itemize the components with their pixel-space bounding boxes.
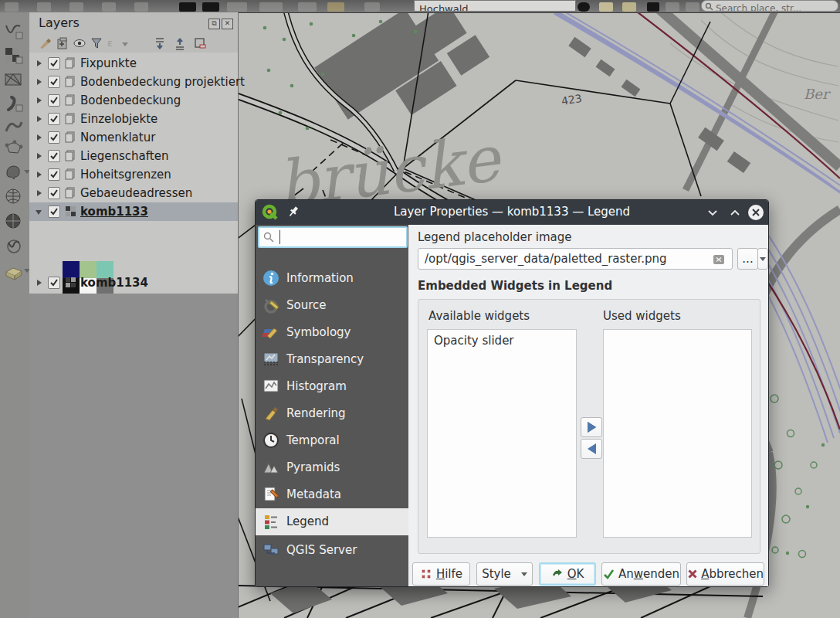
toolbar-icon[interactable] — [5, 2, 19, 12]
layer-checkbox[interactable] — [48, 113, 60, 125]
tab-legend[interactable]: Legend — [256, 508, 408, 535]
tab-rendering[interactable]: Rendering — [256, 400, 408, 427]
add-postgis-layer-icon[interactable] — [4, 162, 24, 182]
add-wms-layer-icon[interactable] — [4, 261, 24, 281]
layer-checkbox[interactable] — [48, 187, 60, 199]
remove-layer-icon[interactable] — [193, 37, 207, 50]
tab-histogram[interactable]: Histogram — [256, 373, 408, 400]
help-button[interactable]: Hilfe — [412, 562, 470, 586]
close-button[interactable] — [747, 204, 763, 219]
identify-icon[interactable] — [578, 2, 590, 12]
move-right-button[interactable] — [581, 417, 602, 437]
expander-icon[interactable] — [37, 280, 42, 286]
print-icon[interactable] — [686, 2, 699, 12]
layer-checkbox[interactable] — [48, 57, 60, 70]
tab-qgis-server[interactable]: QGIS Server — [256, 537, 408, 564]
legend-placeholder-input[interactable] — [418, 248, 733, 270]
cancel-button[interactable]: Abbrechen — [686, 562, 764, 586]
clear-input-icon[interactable] — [713, 253, 725, 268]
layer-checkbox[interactable] — [48, 168, 60, 181]
pan-tool-icon[interactable] — [179, 2, 196, 12]
expander-icon[interactable] — [37, 116, 42, 122]
expander-icon[interactable] — [37, 134, 42, 141]
layer-tree-row[interactable]: Bodenbedeckung projektiert — [29, 73, 238, 91]
add-gpx-layer-icon[interactable] — [4, 117, 24, 138]
filter-expression-icon[interactable]: ε — [107, 37, 121, 50]
add-mesh-layer-icon[interactable] — [4, 71, 24, 91]
expander-icon[interactable] — [37, 60, 42, 66]
locator-search-input[interactable]: Search place, str... — [701, 0, 838, 12]
toolbar-icon[interactable] — [298, 2, 317, 12]
dialog-titlebar[interactable]: Layer Properties — komb1133 — Legend — [256, 200, 768, 225]
ok-button[interactable]: OK — [539, 562, 596, 586]
add-raster-layer-icon[interactable] — [4, 46, 24, 66]
layer-checkbox[interactable] — [48, 277, 60, 289]
add-delimited-text-icon[interactable] — [4, 94, 24, 114]
layer-tree-row[interactable]: Bodenbedeckung — [29, 91, 238, 110]
layer-tree-row[interactable]: Hoheitsgrenzen — [29, 165, 238, 184]
toolbar-icon[interactable] — [134, 2, 148, 12]
tab-transparency[interactable]: Transparency — [256, 346, 408, 373]
zoom-tool-icon[interactable] — [202, 2, 219, 12]
float-panel-icon[interactable]: ⧉ — [208, 19, 220, 29]
layer-checkbox[interactable] — [48, 205, 60, 218]
expander-icon[interactable] — [37, 97, 42, 104]
browse-dropdown-button[interactable] — [757, 248, 768, 270]
expander-icon[interactable] — [37, 171, 42, 178]
layer-checkbox[interactable] — [48, 76, 60, 88]
toolbar-icon[interactable] — [327, 2, 344, 12]
expander-icon[interactable] — [37, 79, 42, 85]
close-panel-icon[interactable]: ✕ — [222, 19, 233, 29]
toolbar-icon[interactable] — [37, 2, 51, 12]
open-layer-styling-icon[interactable] — [39, 37, 52, 50]
used-widgets-list[interactable] — [603, 329, 752, 538]
expander-icon[interactable] — [36, 210, 42, 215]
layer-tree-row[interactable]: Liegenschaften — [29, 147, 238, 165]
shade-button[interactable] — [705, 205, 720, 220]
tab-symbology[interactable]: Symbology — [256, 319, 408, 346]
tab-metadata[interactable]: Metadata — [256, 481, 408, 508]
layer-tree-row-selected[interactable]: komb1133 — [29, 202, 238, 221]
layers-tool-icon[interactable] — [599, 2, 613, 12]
move-left-button[interactable] — [581, 439, 602, 459]
layer-checkbox[interactable] — [48, 131, 60, 144]
list-item-opacity-slider[interactable]: Opacity slider — [428, 330, 576, 351]
add-group-icon[interactable] — [56, 37, 69, 50]
filter-legend-icon[interactable] — [90, 37, 104, 50]
add-virtual-layer-icon[interactable] — [4, 236, 24, 256]
toolbar-icon[interactable] — [364, 2, 380, 12]
user-icon[interactable] — [647, 2, 659, 12]
project-combo[interactable]: Hochwald — [414, 0, 576, 12]
map-tips-icon[interactable] — [666, 2, 679, 12]
chevron-down-icon[interactable] — [122, 42, 128, 46]
manage-visibility-icon[interactable] — [73, 37, 87, 50]
add-vector-layer-icon[interactable] — [4, 22, 24, 42]
tab-information[interactable]: Information — [256, 265, 408, 292]
layer-tree-row[interactable]: Einzelobjekte — [29, 110, 238, 128]
expander-icon[interactable] — [37, 153, 42, 159]
apply-button[interactable]: Anwenden — [601, 562, 681, 586]
layer-tree-row[interactable]: komb1134 — [29, 273, 238, 292]
tab-source[interactable]: Source — [256, 292, 408, 319]
add-mssql-layer-icon[interactable] — [4, 212, 24, 232]
browse-button[interactable]: ... — [737, 248, 758, 270]
style-button[interactable]: Style — [476, 562, 533, 586]
box-tool-icon[interactable] — [622, 2, 636, 12]
layer-checkbox[interactable] — [48, 150, 60, 162]
tab-temporal[interactable]: Temporal — [256, 427, 408, 454]
add-spatialite-layer-icon[interactable] — [4, 187, 24, 207]
toolbar-icon[interactable] — [69, 2, 83, 12]
available-widgets-list[interactable]: Opacity slider — [427, 329, 577, 538]
toolbar-icon[interactable] — [227, 2, 247, 12]
tab-pyramids[interactable]: Pyramids — [256, 454, 408, 481]
expander-icon[interactable] — [37, 190, 42, 196]
layer-checkbox[interactable] — [48, 94, 60, 107]
toolbar-icon[interactable] — [102, 2, 116, 12]
collapse-all-icon[interactable] — [173, 37, 187, 50]
rollup-button[interactable] — [727, 205, 743, 220]
properties-search-input[interactable] — [258, 226, 408, 248]
toolbar-icon[interactable] — [259, 2, 283, 12]
layer-tree-row[interactable]: Fixpunkte — [29, 54, 238, 73]
layer-tree-row[interactable]: Gebaeudeadressen — [29, 184, 238, 202]
expand-all-icon[interactable] — [153, 37, 167, 50]
